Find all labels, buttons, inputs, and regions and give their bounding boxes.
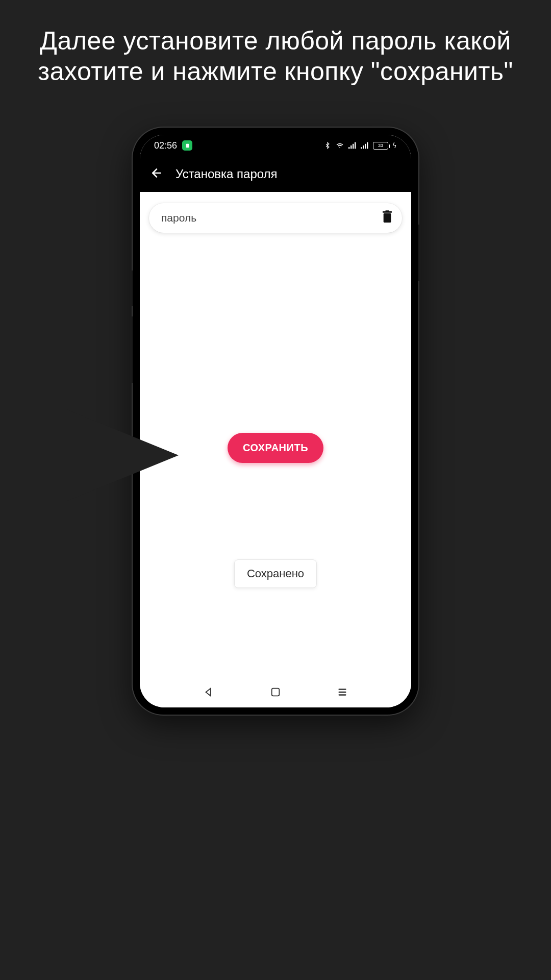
svg-rect-5 <box>361 147 362 149</box>
save-button[interactable]: СОХРАНИТЬ <box>228 433 323 463</box>
svg-rect-2 <box>350 145 352 149</box>
password-input-row <box>149 203 402 233</box>
square-home-icon <box>270 687 281 698</box>
svg-rect-9 <box>384 213 391 223</box>
bluetooth-icon <box>324 141 331 150</box>
trash-icon <box>382 210 393 224</box>
power-button <box>418 225 421 281</box>
svg-rect-7 <box>365 144 366 149</box>
svg-rect-12 <box>272 689 280 696</box>
nav-home-button[interactable] <box>270 687 281 700</box>
back-button[interactable] <box>150 166 163 182</box>
password-input[interactable] <box>161 212 382 224</box>
svg-rect-0 <box>186 143 189 147</box>
toast-saved: Сохранено <box>234 559 317 588</box>
nav-recents-button[interactable] <box>337 687 348 700</box>
page-title: Установка пароля <box>176 167 278 181</box>
signal-1-icon <box>348 142 357 149</box>
volume-up-button <box>130 271 133 306</box>
tutorial-pointer-arrow-icon <box>66 409 179 501</box>
instruction-text: Далее установите любой пароль какой захо… <box>0 0 551 87</box>
system-nav-bar <box>140 679 411 707</box>
nav-back-button[interactable] <box>203 687 214 700</box>
menu-recents-icon <box>337 687 348 698</box>
charging-icon: ϟ <box>392 142 397 150</box>
svg-rect-10 <box>383 211 392 213</box>
phone-screen: 02:56 33 ϟ <box>140 135 411 707</box>
app-header: Установка пароля <box>140 156 411 192</box>
svg-rect-4 <box>355 142 356 149</box>
status-time: 02:56 <box>154 140 177 151</box>
svg-rect-11 <box>385 210 389 211</box>
svg-rect-3 <box>353 144 354 149</box>
notification-badge-icon <box>182 140 192 151</box>
triangle-back-icon <box>203 687 214 698</box>
svg-rect-6 <box>363 145 364 149</box>
svg-rect-1 <box>348 147 349 149</box>
wifi-icon <box>335 142 344 149</box>
volume-down-button <box>130 316 133 383</box>
content-area: СОХРАНИТЬ Сохранено <box>140 192 411 679</box>
status-bar: 02:56 33 ϟ <box>140 135 411 156</box>
signal-2-icon <box>361 142 369 149</box>
battery-icon: 33 <box>373 142 388 150</box>
svg-rect-8 <box>367 142 368 149</box>
arrow-left-icon <box>150 166 163 180</box>
clear-button[interactable] <box>382 210 393 226</box>
